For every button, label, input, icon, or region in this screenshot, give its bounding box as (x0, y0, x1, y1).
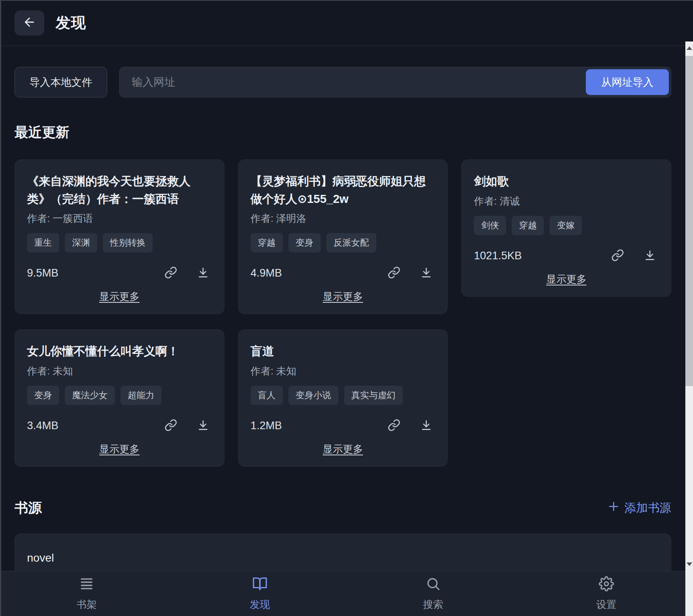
show-more-link[interactable]: 显示更多 (323, 443, 363, 455)
book-card: 剑如歌 作者: 清诚 剑侠穿越变嫁 1021.5KB 显示更多 (461, 159, 671, 297)
book-title: 盲道 (251, 343, 436, 360)
book-meta-row: 1021.5KB (474, 249, 659, 263)
download-button[interactable] (643, 249, 656, 263)
show-more-link[interactable]: 显示更多 (99, 291, 139, 302)
scrollbar-thumb[interactable] (685, 56, 693, 386)
book-size: 9.5MB (27, 267, 58, 279)
show-more-wrap: 显示更多 (27, 442, 212, 456)
url-input-wrap: 从网址导入 (119, 67, 671, 97)
nav-label: 书架 (77, 598, 97, 611)
download-icon (197, 419, 210, 433)
book-author: 作者: 一簇西语 (27, 212, 212, 225)
book-author: 作者: 未知 (251, 364, 436, 378)
book-tags: 重生深渊性别转换 (27, 233, 212, 252)
book-meta-row: 9.5MB (27, 266, 212, 280)
recent-updates-title: 最近更新 (15, 123, 678, 142)
nav-item-settings[interactable]: 设置 (520, 571, 693, 616)
scrollbar-up-arrow-icon[interactable] (685, 41, 693, 54)
bottom-nav: 书架 发现 搜索 设置 (0, 571, 693, 616)
book-tag: 魔法少女 (65, 386, 115, 405)
show-more-wrap: 显示更多 (251, 290, 436, 303)
book-actions (164, 419, 212, 433)
url-input[interactable] (120, 67, 586, 97)
vertical-scrollbar[interactable] (685, 41, 693, 616)
download-button[interactable] (420, 266, 433, 280)
copy-link-button[interactable] (388, 266, 400, 280)
book-meta-row: 3.4MB (27, 419, 212, 433)
book-meta-row: 4.9MB (251, 266, 436, 280)
book-tags: 剑侠穿越变嫁 (474, 216, 659, 235)
copy-link-button[interactable] (388, 419, 400, 433)
show-more-wrap: 显示更多 (474, 273, 659, 286)
window-top-border (0, 0, 693, 1)
import-local-file-button[interactable]: 导入本地文件 (15, 67, 107, 97)
plus-icon (608, 500, 620, 515)
nav-item-discover[interactable]: 发现 (173, 571, 346, 616)
show-more-wrap: 显示更多 (27, 290, 212, 303)
book-author: 作者: 清诚 (474, 194, 659, 208)
copy-link-button[interactable] (164, 266, 177, 280)
menu-icon (79, 576, 94, 593)
book-tag: 超能力 (120, 386, 162, 405)
book-tags: 盲人变身小说真实与虚幻 (251, 386, 436, 405)
book-tag: 剑侠 (474, 216, 506, 235)
book-size: 1.2MB (251, 420, 282, 432)
download-icon (197, 266, 210, 280)
gear-icon (599, 576, 614, 593)
download-icon (643, 249, 656, 263)
book-tags: 变身魔法少女超能力 (27, 386, 212, 405)
back-button[interactable] (15, 10, 44, 35)
book-card: 女儿你懂不懂什么叫孝义啊！ 作者: 未知 变身魔法少女超能力 3.4MB 显示更… (15, 329, 224, 467)
copy-link-button[interactable] (611, 249, 624, 263)
page-title: 发现 (56, 13, 86, 33)
book-card: 盲道 作者: 未知 盲人变身小说真实与虚幻 1.2MB 显示更多 (238, 329, 448, 467)
book-size: 3.4MB (27, 420, 58, 432)
show-more-link[interactable]: 显示更多 (546, 273, 587, 285)
link-icon (388, 266, 400, 280)
nav-item-bookshelf[interactable]: 书架 (0, 571, 173, 616)
search-icon (425, 576, 441, 593)
books-grid: 《来自深渊的我今天也要拯救人类》（完结）作者：一簇西语 作者: 一簇西语 重生深… (15, 159, 671, 467)
book-tag: 真实与虚幻 (344, 386, 403, 405)
show-more-wrap: 显示更多 (251, 442, 436, 456)
nav-label: 设置 (596, 598, 616, 611)
book-author: 作者: 泽明洛 (251, 212, 436, 225)
download-icon (420, 419, 433, 433)
nav-label: 发现 (250, 598, 270, 611)
link-icon (164, 266, 177, 280)
download-icon (420, 266, 433, 280)
download-button[interactable] (420, 419, 433, 433)
scrollbar-down-arrow-icon[interactable] (685, 558, 693, 571)
show-more-link[interactable]: 显示更多 (323, 291, 363, 302)
book-tag: 变身 (288, 233, 321, 252)
copy-link-button[interactable] (164, 419, 177, 433)
header: 发现 (0, 0, 693, 46)
book-actions (164, 266, 212, 280)
show-more-link[interactable]: 显示更多 (99, 443, 139, 455)
book-size: 4.9MB (251, 267, 282, 279)
book-tag: 变嫁 (550, 216, 582, 235)
book-tag: 重生 (27, 233, 59, 252)
nav-item-search[interactable]: 搜索 (346, 571, 520, 616)
add-source-label: 添加书源 (625, 500, 671, 516)
link-icon (388, 419, 400, 433)
download-button[interactable] (197, 266, 210, 280)
link-icon (611, 249, 624, 263)
book-title: 剑如歌 (474, 173, 659, 190)
import-from-url-button[interactable]: 从网址导入 (586, 69, 669, 95)
sources-header: 书源 添加书源 (15, 499, 671, 517)
book-size: 1021.5KB (474, 250, 522, 262)
add-source-link[interactable]: 添加书源 (608, 500, 671, 516)
book-tags: 穿越变身反派女配 (251, 233, 436, 252)
download-button[interactable] (197, 419, 210, 433)
source-name: novel (27, 552, 107, 564)
book-actions (388, 266, 435, 280)
book-tag: 反派女配 (326, 233, 376, 252)
book-card: 《来自深渊的我今天也要拯救人类》（完结）作者：一簇西语 作者: 一簇西语 重生深… (15, 159, 224, 314)
link-icon (164, 419, 177, 433)
nav-label: 搜索 (423, 598, 443, 611)
book-title: 女儿你懂不懂什么叫孝义啊！ (27, 343, 212, 360)
book-tag: 性别转换 (103, 233, 153, 252)
book-tag: 盲人 (251, 386, 283, 405)
book-tag: 穿越 (251, 233, 283, 252)
